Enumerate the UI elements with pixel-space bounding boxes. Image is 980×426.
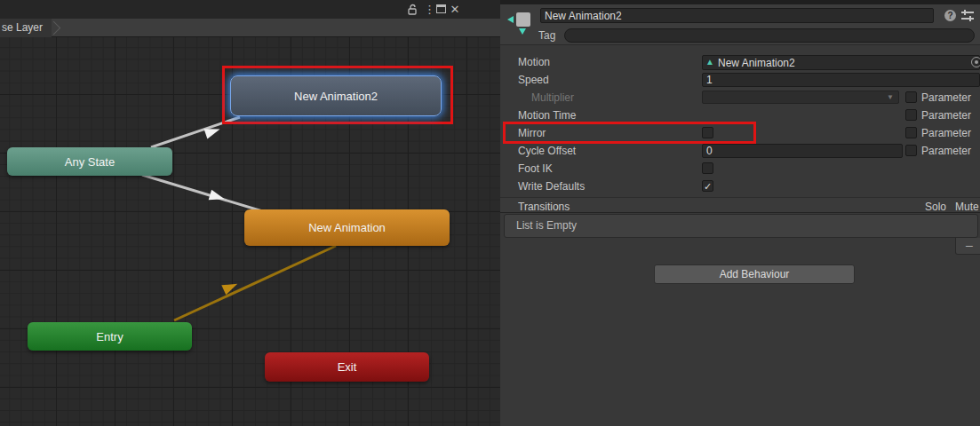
state-node-new-animation2[interactable]: New Animation2: [230, 75, 442, 116]
chevron-down-icon: ▼: [887, 93, 894, 101]
motion-value: New Animation2: [718, 57, 795, 69]
add-behaviour-button[interactable]: Add Behaviour: [654, 264, 855, 284]
speed-input[interactable]: [702, 73, 980, 87]
animation-clip-icon: ▲: [705, 57, 714, 67]
help-icon[interactable]: ?: [944, 10, 956, 21]
breadcrumb-bar: se Layer Auto Live Link: [0, 19, 500, 37]
cycle-offset-label: Cycle Offset: [518, 145, 576, 157]
state-node-new-animation[interactable]: New Animation: [244, 209, 450, 246]
unlock-icon[interactable]: [406, 4, 418, 20]
multiplier-parameter-checkbox[interactable]: [905, 91, 917, 103]
red-annotation-box-mirror: [503, 122, 756, 144]
tag-input[interactable]: [564, 28, 975, 43]
inspector-panel: ? Tag Motion ▲ New Animation2 Speed Mult…: [500, 0, 980, 426]
graph-canvas[interactable]: New Animation2 Any State New Animation E…: [0, 37, 500, 426]
motion-time-parameter-label: Parameter: [921, 109, 971, 122]
cycle-offset-input[interactable]: [702, 144, 903, 158]
state-node-any-state[interactable]: Any State: [7, 147, 172, 176]
kebab-menu-icon[interactable]: ⋮: [424, 3, 433, 16]
multiplier-label: Multiplier: [531, 91, 574, 104]
arrowhead-icon: [209, 190, 227, 204]
cycle-offset-parameter-checkbox[interactable]: [905, 145, 917, 156]
motion-label: Motion: [518, 56, 550, 68]
mute-column-label: Mute: [955, 201, 979, 213]
write-defaults-label: Write Defaults: [518, 180, 585, 193]
motion-time-parameter-checkbox[interactable]: [905, 109, 917, 121]
maximize-icon[interactable]: [436, 4, 446, 13]
transitions-header: Transitions Solo Mute: [500, 197, 980, 213]
state-name-input[interactable]: [540, 8, 934, 23]
cycle-offset-parameter-label: Parameter: [921, 145, 971, 157]
transitions-list[interactable]: List is Empty: [504, 214, 978, 238]
foot-ik-label: Foot IK: [518, 162, 553, 175]
state-machine-icon: [507, 16, 514, 23]
state-node-exit[interactable]: Exit: [265, 352, 429, 382]
list-empty-text: List is Empty: [516, 219, 577, 232]
transition-anystate-to-newanimation[interactable]: [142, 175, 268, 213]
tag-label: Tag: [538, 29, 555, 42]
close-icon[interactable]: ✕: [450, 3, 460, 16]
remove-transition-button[interactable]: –: [955, 238, 980, 255]
multiplier-dropdown: ▼: [702, 91, 899, 104]
solo-column-label: Solo: [925, 201, 946, 213]
graph-titlebar: ⋮ ✕: [0, 0, 500, 19]
multiplier-parameter-label: Parameter: [921, 91, 971, 104]
unity-animator-window: ⋮ ✕ se Layer Auto Live Link New Animatio…: [0, 0, 980, 426]
transition-entry-to-newanimation[interactable]: [174, 246, 336, 320]
breadcrumb-base-layer[interactable]: se Layer: [0, 19, 52, 37]
state-machine-icon: [516, 12, 530, 27]
motion-time-label: Motion Time: [518, 109, 576, 122]
mirror-parameter-label: Parameter: [921, 127, 971, 139]
object-picker-icon[interactable]: [971, 57, 980, 67]
state-machine-icon: [519, 28, 526, 35]
foot-ik-checkbox[interactable]: [702, 162, 713, 174]
animator-graph-panel: ⋮ ✕ se Layer Auto Live Link New Animatio…: [0, 0, 500, 426]
transitions-title: Transitions: [518, 201, 570, 213]
presets-icon[interactable]: [961, 10, 975, 21]
state-node-entry[interactable]: Entry: [28, 322, 192, 351]
mirror-parameter-checkbox[interactable]: [905, 127, 917, 138]
write-defaults-checkbox[interactable]: ✓: [702, 180, 713, 192]
speed-label: Speed: [518, 74, 549, 86]
